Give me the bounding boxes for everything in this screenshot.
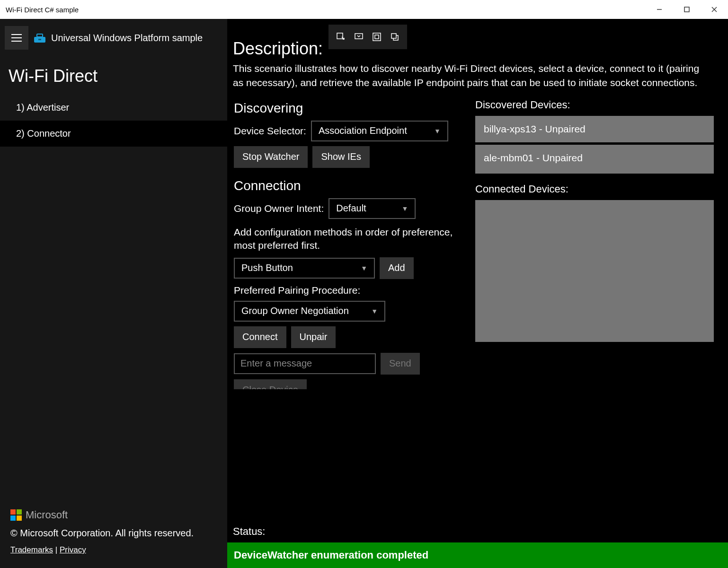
config-method-combo[interactable]: Push Button ▼	[234, 258, 375, 279]
config-help-text: Add configuration methods in order of pr…	[234, 226, 471, 253]
add-button[interactable]: Add	[380, 257, 414, 279]
list-item[interactable]: ale-mbm01 - Unpaired	[475, 145, 714, 171]
discovered-devices-list[interactable]: billya-xps13 - Unpaired ale-mbm01 - Unpa…	[475, 116, 714, 174]
svg-rect-7	[375, 35, 379, 39]
window-controls	[646, 0, 728, 19]
chevron-down-icon: ▼	[434, 127, 441, 135]
status-bar: DeviceWatcher enumeration completed	[227, 542, 728, 568]
app-title: Universal Windows Platform sample	[51, 33, 203, 44]
sidebar-item-connector[interactable]: 2) Connector	[0, 121, 227, 147]
sidebar: Universal Windows Platform sample Wi-Fi …	[0, 19, 227, 568]
goi-label: Group Owner Intent:	[234, 203, 324, 214]
svg-rect-6	[373, 33, 381, 41]
device-selector-value: Association Endpoint	[319, 125, 407, 136]
copyright-text: © Microsoft Corporation. All rights rese…	[10, 528, 217, 539]
ppp-label: Preferred Pairing Procedure:	[234, 285, 471, 296]
sidebar-footer: Microsoft © Microsoft Corporation. All r…	[0, 509, 227, 568]
microsoft-logo: Microsoft	[10, 509, 217, 521]
unpair-button[interactable]: Unpair	[291, 326, 336, 348]
stop-watcher-button[interactable]: Stop Watcher	[234, 146, 308, 168]
maximize-button[interactable]	[673, 0, 701, 19]
chevron-down-icon: ▼	[371, 307, 378, 315]
message-input[interactable]	[234, 353, 376, 374]
titlebar: Wi-Fi Direct C# sample	[0, 0, 728, 19]
microsoft-logo-text: Microsoft	[26, 509, 68, 521]
list-item[interactable]: billya-xps13 - Unpaired	[475, 116, 714, 145]
ppp-combo[interactable]: Group Owner Negotiation ▼	[234, 301, 385, 322]
chevron-down-icon: ▼	[361, 264, 367, 272]
connected-devices-list[interactable]	[475, 200, 714, 342]
microsoft-logo-icon	[10, 509, 22, 521]
svg-rect-4	[337, 33, 343, 39]
trademarks-link[interactable]: Trademarks	[10, 545, 53, 554]
status-label: Status:	[227, 522, 728, 542]
close-button[interactable]	[701, 0, 728, 19]
connect-button[interactable]: Connect	[234, 326, 286, 348]
show-ies-button[interactable]: Show IEs	[312, 146, 369, 168]
svg-rect-5	[355, 34, 363, 39]
minimize-button[interactable]	[646, 0, 673, 19]
toolbar-icon-2[interactable]	[351, 29, 366, 44]
connection-heading: Connection	[234, 178, 471, 193]
svg-rect-11	[38, 39, 41, 40]
window-title: Wi-Fi Direct C# sample	[6, 6, 79, 14]
privacy-link[interactable]: Privacy	[60, 545, 86, 554]
debug-toolbar	[328, 25, 407, 49]
discovered-heading: Discovered Devices:	[475, 99, 714, 111]
device-selector-label: Device Selector:	[234, 125, 306, 137]
hamburger-button[interactable]	[5, 26, 28, 50]
toolbar-icon-4[interactable]	[387, 29, 402, 44]
device-selector-combo[interactable]: Association Endpoint ▼	[311, 121, 448, 141]
goi-value: Default	[336, 203, 366, 214]
send-button[interactable]: Send	[381, 353, 420, 375]
connected-heading: Connected Devices:	[475, 183, 714, 195]
ppp-value: Group Owner Negotiation	[241, 306, 349, 316]
description-heading: Description:	[227, 19, 728, 61]
description-text: This scenario illustrates how to discove…	[227, 61, 710, 99]
toolbox-icon	[33, 33, 46, 43]
toolbar-icon-1[interactable]	[333, 29, 348, 44]
goi-combo[interactable]: Default ▼	[328, 198, 416, 219]
svg-rect-1	[684, 7, 689, 12]
svg-rect-10	[37, 34, 43, 37]
chevron-down-icon: ▼	[401, 205, 408, 212]
sidebar-item-advertiser[interactable]: 1) Advertiser	[0, 95, 227, 121]
svg-rect-8	[391, 34, 396, 38]
discovering-heading: Discovering	[234, 101, 471, 116]
content: Description: This scenario illustrates h…	[227, 19, 728, 568]
page-title: Wi-Fi Direct	[0, 57, 227, 95]
toolbar-icon-3[interactable]	[369, 29, 384, 44]
config-method-value: Push Button	[241, 262, 293, 273]
